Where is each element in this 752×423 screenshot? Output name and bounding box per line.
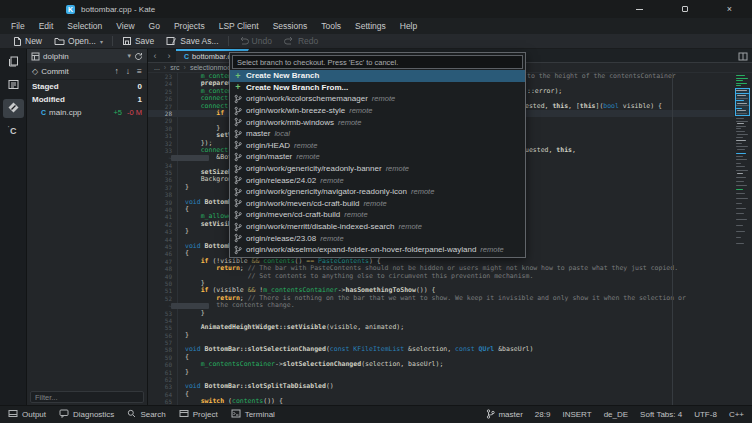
sidebar-tool-symbols[interactable]: C' [3, 122, 24, 141]
commit-label: Commit [41, 67, 69, 76]
branch-icon [234, 140, 242, 150]
cpp-file-icon: C [184, 53, 189, 60]
line-number: 51 [148, 287, 172, 294]
toolview-label: Project [193, 410, 218, 419]
git-menu-button[interactable]: ≡ [137, 66, 142, 76]
branch-item[interactable]: origin/work/genericity/navigator-readonl… [230, 186, 525, 198]
branch-item[interactable]: origin/release/24.02remote [230, 174, 525, 186]
minimap-mark [736, 163, 741, 164]
redo-button[interactable]: Redo [278, 35, 324, 48]
menu-file[interactable]: File [4, 18, 32, 34]
staged-group-row[interactable]: Staged 0 [27, 80, 147, 93]
close-button[interactable]: × [707, 0, 752, 18]
input-mode[interactable]: INSERT [562, 410, 591, 419]
menu-tools[interactable]: Tools [314, 18, 348, 34]
branch-name: origin/work/kcolorschememanager [246, 94, 368, 103]
modified-group-row[interactable]: Modified 1 [27, 93, 147, 106]
toolview-diagnostics-button[interactable]: Diagnostics [59, 409, 114, 420]
branch-kind: remote [294, 141, 317, 150]
window-controls: × [617, 0, 752, 18]
minimize-button[interactable] [617, 0, 662, 18]
branch-item[interactable]: origin/work/meven/cd-craft-buildremote [230, 198, 525, 210]
branch-item[interactable]: origin/masterremote [230, 151, 525, 163]
branch-name: origin/work/win-breeze-style [246, 106, 345, 115]
menu-sessions[interactable]: Sessions [266, 18, 315, 34]
code-line: 61} [148, 369, 734, 376]
project-name: dolphin [43, 52, 124, 61]
branch-kind: remote [411, 187, 434, 196]
git-push-button[interactable]: ↑ [115, 66, 119, 76]
create-branch-item[interactable]: +Create New Branch From... [230, 82, 525, 94]
line-number: 42 [148, 221, 172, 228]
branch-item[interactable]: origin/work/merritt/disable-indexed-sear… [230, 221, 525, 233]
menu-settings[interactable]: Settings [348, 18, 393, 34]
minimap-mark [736, 83, 747, 84]
refresh-icon[interactable] [134, 47, 143, 65]
line-number: 46 [148, 250, 172, 257]
status-info: master 28:9 INSERT de_DE Soft Tabs: 4 UT… [486, 409, 744, 421]
branch-item[interactable]: origin/work/genericity/readonly-bannerre… [230, 163, 525, 175]
toolview-terminal-button[interactable]: Terminal [231, 409, 275, 420]
sidebar-tool-documents[interactable] [3, 53, 24, 72]
breadcrumb-item[interactable]: ... [154, 64, 160, 71]
menu-projects[interactable]: Projects [167, 18, 212, 34]
git-pull-button[interactable]: ↓ [126, 66, 130, 76]
menu-view[interactable]: View [109, 18, 141, 34]
branch-icon [234, 152, 242, 162]
cursor-position[interactable]: 28:9 [535, 410, 551, 419]
line-number: 30 [148, 125, 172, 132]
lines-removed: -0 M [127, 108, 142, 117]
sidebar-tool-git[interactable] [3, 99, 24, 118]
modified-file-row[interactable]: C main.cpp +5 -0 M [27, 106, 147, 119]
menu-selection[interactable]: Selection [60, 18, 109, 34]
split-view-icon[interactable] [738, 47, 748, 65]
menu-help[interactable]: Help [393, 18, 424, 34]
line-number: 44 [148, 236, 172, 243]
history-forward-button[interactable]: › [162, 49, 176, 62]
undo-button[interactable]: Undo [232, 35, 278, 48]
save-button[interactable]: Save [116, 35, 160, 48]
menu-go[interactable]: Go [142, 18, 167, 34]
commit-button[interactable]: ◇ Commit [32, 67, 69, 76]
sidebar-tool-filesystem[interactable] [3, 76, 24, 95]
branch-item[interactable]: masterlocal [230, 128, 525, 140]
branch-item[interactable]: origin/work/akselmo/expand-folder-on-hov… [230, 244, 525, 256]
branch-item[interactable]: origin/work/win-breeze-styleremote [230, 105, 525, 117]
code-line: 63void BottomBar::slotSplitTabDisabled() [148, 383, 734, 390]
maximize-button[interactable] [662, 0, 707, 18]
branch-item[interactable]: origin/HEADremote [230, 140, 525, 152]
branch-item[interactable]: origin/meven/cd-craft-buildremote [230, 209, 525, 221]
branch-item[interactable]: origin/work/kcolorschememanagerremote [230, 93, 525, 105]
create-branch-item[interactable]: +Create New Branch [230, 70, 525, 82]
menu-lsp-client[interactable]: LSP Client [212, 18, 266, 34]
syntax-mode[interactable]: C++ [729, 410, 744, 419]
minimap-scrollbar[interactable] [735, 73, 750, 405]
minimap-mark [736, 170, 748, 171]
branch-icon [486, 409, 495, 421]
chevron-down-icon[interactable]: ▾ [127, 52, 131, 60]
minimap-mark [736, 198, 748, 199]
line-number: 57 [148, 339, 172, 346]
breadcrumb-item[interactable]: src [170, 64, 179, 71]
filter-input[interactable] [30, 391, 144, 403]
history-back-button[interactable]: ‹ [148, 49, 162, 62]
open-button[interactable]: Open...▾ [48, 35, 109, 48]
branch-item[interactable]: origin/release/23.08remote [230, 232, 525, 244]
keyboard-layout[interactable]: de_DE [604, 410, 628, 419]
minimap-mark [736, 137, 743, 138]
branch-item[interactable]: origin/work/rmb-windowsremote [230, 116, 525, 128]
toolview-output-button[interactable]: Output [8, 409, 46, 420]
project-selector[interactable]: dolphin ▾ [27, 49, 147, 63]
line-number: ~ [148, 154, 172, 161]
code-line: 55 AnimatedHeightWidget::setVisible(visi… [148, 324, 734, 331]
toolview-search-button[interactable]: Search [127, 409, 165, 420]
toolview-project-button[interactable]: Project [179, 409, 218, 420]
menu-edit[interactable]: Edit [32, 18, 61, 34]
tab-settings[interactable]: Soft Tabs: 4 [640, 410, 682, 419]
encoding[interactable]: UTF-8 [694, 410, 717, 419]
branch-search-input[interactable] [232, 55, 523, 69]
saveas-button[interactable]: Save As... [160, 35, 224, 48]
new-button[interactable]: New [6, 35, 48, 48]
line-number: 34 [148, 162, 172, 169]
git-branch-indicator[interactable]: master [486, 409, 522, 421]
